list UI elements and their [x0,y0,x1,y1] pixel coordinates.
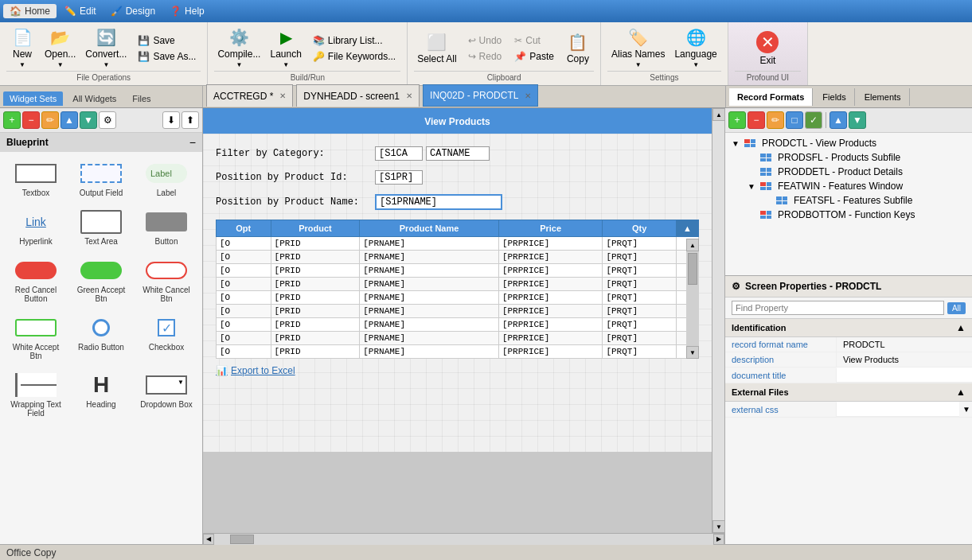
widget-green-accept[interactable]: Green Accept Btn [72,255,131,306]
tab-files[interactable]: Files [126,91,157,106]
tab-acctregd[interactable]: ACCTREGD * ✕ [206,84,293,107]
widget-wrapping[interactable]: Wrapping Text Field [6,370,65,421]
move-format-down[interactable]: ▼ [849,111,866,129]
position-id-field[interactable]: [S1PR] [375,170,423,185]
menu-design[interactable]: 🖌️ Design [104,4,162,18]
tree-item-featsfl[interactable]: FEATSFL - Features Subfile [728,193,969,208]
remove-format-button[interactable]: − [748,111,765,129]
move-down-button[interactable]: ▼ [80,111,97,129]
table-cell[interactable]: [PRPRICE] [498,278,602,291]
horizontal-scrollbar[interactable]: ◀ ▶ [203,533,724,544]
tree-item-prodbottom[interactable]: PRODBOTTOM - Function Keys [728,208,969,222]
export-excel-link[interactable]: 📊 Export to Excel [216,365,699,376]
scroll-track[interactable] [686,251,699,346]
external-css-dropdown[interactable]: ▼ [959,405,972,414]
table-cell[interactable]: [PRID [271,278,360,291]
table-cell[interactable]: [PRPRICE] [498,332,602,345]
menu-home[interactable]: 🏠 Home [3,4,57,18]
table-cell[interactable]: [PRQT] [603,237,677,251]
canvas-content[interactable]: Filter by Category: [S1CA CATNAME Positi… [203,134,712,452]
tree-item-featwin[interactable]: ▼ FEATWIN - Features Window [728,179,969,193]
new-button[interactable]: 📄 New ▼ [6,26,38,70]
alias-names-button[interactable]: 🏷️ Alias Names ▼ [608,26,668,70]
edit-format-button[interactable]: ✏ [767,111,784,129]
table-cell[interactable]: [PRPRICE] [498,345,602,359]
widget-dropdown[interactable]: Dropdown Box [137,370,196,421]
table-cell[interactable]: [PRNAME] [360,291,499,305]
tab-dynheadd[interactable]: DYNHEADD - screen1 ✕ [296,84,420,107]
table-cell[interactable]: [PRQT] [603,278,677,291]
widget-button[interactable]: Button [137,207,196,249]
language-button[interactable]: 🌐 Language ▼ [671,26,720,70]
launch-button[interactable]: ▶ Launch ▼ [267,26,304,70]
close-icon[interactable]: ✕ [525,91,531,100]
close-icon[interactable]: ✕ [279,91,286,100]
external-files-section-header[interactable]: External Files ▲ [725,383,972,402]
widget-white-cancel[interactable]: White Cancel Btn [137,255,196,306]
move-up-button[interactable]: ▲ [61,111,78,129]
widget-radio[interactable]: Radio Button [72,313,131,364]
table-cell[interactable]: [PRPRICE] [498,264,602,278]
scroll-track-h[interactable] [214,534,713,545]
table-cell[interactable]: [PRID [271,318,360,332]
table-cell[interactable]: [PRPRICE] [498,251,602,264]
paste-button[interactable]: 📌 Paste [509,49,559,64]
blueprint-collapse-button[interactable]: − [189,136,196,149]
table-cell[interactable]: [PRNAME] [360,237,499,251]
identification-section-header[interactable]: Identification ▲ [725,319,972,337]
remove-widget-button[interactable]: − [22,111,40,129]
table-cell[interactable]: [PRQT] [603,305,677,318]
filter-s1ca-field[interactable]: [S1CA [375,146,423,161]
table-cell[interactable]: [PRQT] [603,291,677,305]
widget-white-accept[interactable]: White Accept Btn [6,313,65,364]
tab-record-formats[interactable]: Record Formats [729,88,813,106]
edit-widget-button[interactable]: ✏ [41,111,59,129]
table-cell[interactable]: [PRID [271,291,360,305]
cut-button[interactable]: ✂ Cut [509,33,559,48]
redo-button[interactable]: ↪ Redo [463,49,507,64]
table-cell[interactable]: [PRPRICE] [498,237,602,251]
settings-widget-button[interactable]: ⚙ [99,111,116,129]
widget-output-field[interactable]: Output Field [72,158,131,200]
widget-textbox[interactable]: Textbox [6,158,65,200]
tree-item-prodsfl[interactable]: PRODSFL - Products Subfile [728,150,969,165]
table-cell[interactable]: [PRNAME] [360,278,499,291]
scroll-up-button[interactable]: ▲ [686,239,699,251]
tab-inq02d[interactable]: INQ02D - PRODCTL ✕ [423,84,538,107]
check-button[interactable]: ✓ [805,111,822,129]
widget-heading[interactable]: H Heading [72,370,131,421]
table-cell[interactable]: [PRNAME] [360,264,499,278]
table-scrollbar[interactable]: ▲ ▼ [686,239,699,359]
widget-textarea[interactable]: Text Area [72,207,131,249]
scroll-thumb[interactable] [688,253,697,285]
table-cell[interactable]: [PRPRICE] [498,291,602,305]
menu-edit[interactable]: ✏️ Edit [58,4,103,18]
find-all-button[interactable]: All [947,302,966,314]
select-all-button[interactable]: ⬜ Select All [414,31,459,66]
tree-item-prodctl[interactable]: ▼ PRODCTL - View Products [728,136,969,150]
table-cell[interactable]: [PRQT] [603,264,677,278]
table-cell[interactable]: [PRPRICE] [498,305,602,318]
exit-button[interactable]: ✕ Exit [751,29,783,68]
table-cell[interactable]: [PRID [271,237,360,251]
position-name-field[interactable]: [S1PRNAME] [375,194,502,210]
import-button[interactable]: ⬇ [162,111,180,129]
widget-red-cancel[interactable]: Red Cancel Button [6,255,65,306]
undo-button[interactable]: ↩ Undo [463,33,507,48]
table-cell[interactable]: [PRQT] [603,345,677,359]
design-vscrollbar[interactable]: ▲ ▼ [712,108,724,533]
filter-catname-field[interactable]: CATNAME [426,146,490,161]
scroll-down-button[interactable]: ▼ [686,346,699,359]
save-button[interactable]: 💾 Save [133,33,201,48]
table-cell[interactable]: [PRNAME] [360,251,499,264]
tab-fields[interactable]: Fields [814,88,854,106]
add-format-button[interactable]: + [728,111,746,129]
canvas-scroll-area[interactable]: View Products Filter by Category: [S1CA … [203,108,712,533]
library-list-button[interactable]: 📚 Library List... [308,33,400,48]
widget-hyperlink[interactable]: Link Hyperlink [6,207,65,249]
expand-icon[interactable]: ▼ [748,182,757,191]
expand-icon[interactable]: ▼ [732,139,741,148]
scroll-thumb-h[interactable] [230,535,254,544]
table-cell[interactable]: [PRID [271,305,360,318]
save-as-button[interactable]: 💾 Save As... [133,49,201,64]
